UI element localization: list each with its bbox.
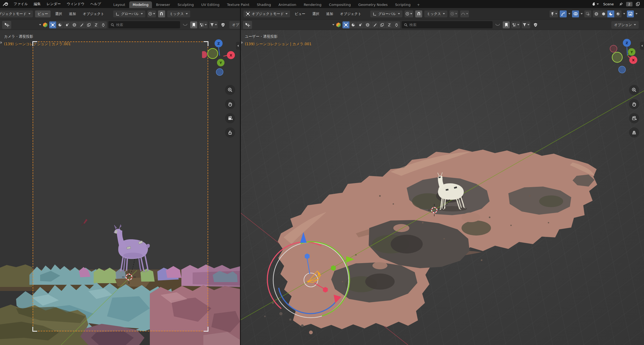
active-tool-button[interactable] bbox=[243, 21, 252, 29]
viewport-3d-right[interactable]: ユーザー・透視投影 (139) シーンコレクション | カメラ.001 Z Y … bbox=[241, 30, 644, 345]
proportional-edit-toggle[interactable] bbox=[449, 10, 458, 17]
proportional-falloff-dropdown[interactable] bbox=[460, 10, 469, 17]
mode-dropdown[interactable]: ブジェクトモード bbox=[0, 10, 33, 17]
axis-ball-neg-x[interactable] bbox=[202, 51, 207, 58]
shading-material-button[interactable] bbox=[607, 10, 614, 17]
transform-orientation-dropdown[interactable]: グローバル bbox=[370, 10, 402, 17]
overlays-toggle[interactable] bbox=[572, 10, 579, 17]
options-button[interactable]: オプ bbox=[229, 21, 240, 29]
transform-orientation-dropdown[interactable]: グローバル bbox=[113, 10, 145, 17]
shading-rendered-button[interactable] bbox=[615, 10, 622, 17]
filter-object-icon[interactable] bbox=[342, 21, 349, 28]
pivot-point-dropdown[interactable] bbox=[147, 10, 156, 17]
outliner-view-button[interactable] bbox=[511, 21, 520, 28]
axis-ball-neg-y[interactable] bbox=[612, 52, 622, 62]
active-tool-button[interactable] bbox=[2, 21, 11, 29]
tab-scripting[interactable]: Scripting bbox=[392, 1, 414, 8]
asset-catalog-icon[interactable] bbox=[336, 22, 341, 28]
scene-name[interactable]: Scene bbox=[601, 2, 615, 6]
bookmark-icon[interactable] bbox=[190, 21, 197, 28]
add-menu[interactable]: 追加 bbox=[324, 10, 336, 17]
filter-fluid-icon[interactable] bbox=[357, 21, 364, 28]
zoom-button[interactable] bbox=[629, 85, 639, 95]
tab-shading[interactable]: Shading bbox=[253, 1, 275, 8]
pan-button[interactable] bbox=[225, 99, 235, 109]
filter-dropdown[interactable] bbox=[209, 21, 218, 28]
select-menu[interactable]: 選択 bbox=[53, 10, 64, 17]
shield-icon[interactable] bbox=[532, 21, 539, 28]
shading-wireframe-button[interactable] bbox=[593, 10, 600, 17]
tab-rendering[interactable]: Rendering bbox=[300, 1, 325, 8]
tab-modeling[interactable]: Modeling bbox=[129, 1, 152, 8]
tab-geometry-nodes[interactable]: Geometry Nodes bbox=[355, 1, 391, 8]
search-input[interactable] bbox=[409, 23, 490, 27]
perspective-toggle-button[interactable] bbox=[629, 127, 639, 138]
camera-lock-button[interactable] bbox=[225, 127, 235, 138]
filter-brush-icon[interactable] bbox=[371, 21, 378, 28]
pan-button[interactable] bbox=[629, 99, 639, 109]
falloff-curve-icon[interactable] bbox=[494, 21, 501, 28]
navigation-gizmo[interactable]: Z Y X bbox=[606, 36, 641, 82]
view-menu[interactable]: ビュー bbox=[292, 10, 308, 17]
filter-plug-icon[interactable] bbox=[393, 21, 400, 28]
snap-mode-dropdown[interactable]: ミックス bbox=[424, 10, 447, 17]
menu-help[interactable]: ヘルプ bbox=[87, 1, 104, 7]
filter-brush-icon[interactable] bbox=[78, 21, 85, 28]
scene-users-count[interactable]: 2 bbox=[626, 2, 632, 6]
tab-compositing[interactable]: Compositing bbox=[326, 1, 355, 8]
terrain-foreground[interactable] bbox=[0, 282, 240, 345]
filter-zigzag-icon[interactable] bbox=[93, 21, 100, 28]
tab-layout[interactable]: Layout bbox=[110, 1, 129, 8]
axis-ball-neg-z[interactable] bbox=[216, 69, 223, 75]
tab-animation[interactable]: Animation bbox=[275, 1, 300, 8]
pin-scene-icon[interactable] bbox=[617, 1, 624, 7]
filter-globe-icon[interactable] bbox=[71, 21, 78, 28]
object-menu[interactable]: オブジェクト bbox=[81, 10, 107, 17]
snap-toggle[interactable] bbox=[415, 10, 422, 17]
tab-uv-editing[interactable]: UV Editing bbox=[198, 1, 223, 8]
deer-purple[interactable] bbox=[114, 225, 150, 276]
menu-render[interactable]: レンダー bbox=[44, 1, 64, 7]
tab-texture-paint[interactable]: Texture Paint bbox=[223, 1, 253, 8]
add-workspace-button[interactable]: + bbox=[415, 1, 422, 8]
object-menu[interactable]: オブジェクト bbox=[338, 10, 364, 17]
falloff-curve-icon[interactable] bbox=[182, 21, 189, 28]
asset-catalog-icon[interactable] bbox=[43, 22, 48, 28]
navigation-gizmo[interactable]: Z Y X bbox=[202, 36, 237, 82]
filter-plug-icon[interactable] bbox=[100, 21, 107, 28]
xray-toggle[interactable] bbox=[584, 10, 591, 17]
shading-solid-button[interactable] bbox=[600, 10, 607, 17]
tab-browser[interactable]: Browser bbox=[153, 1, 174, 8]
axis-ball-neg-x[interactable] bbox=[610, 45, 617, 52]
tab-sculpting[interactable]: Sculpting bbox=[174, 1, 197, 8]
menu-file[interactable]: ファイル bbox=[11, 1, 31, 7]
bookmark-icon[interactable] bbox=[503, 21, 510, 28]
view-menu[interactable]: ビュー bbox=[35, 10, 51, 17]
pivot-point-dropdown[interactable] bbox=[405, 10, 413, 17]
snap-toggle[interactable] bbox=[158, 10, 165, 17]
menu-window[interactable]: ウィンドウ bbox=[64, 1, 87, 7]
gizmos-toggle[interactable] bbox=[560, 10, 567, 17]
axis-ball-neg-z[interactable] bbox=[619, 66, 626, 73]
camera-view-button[interactable] bbox=[225, 113, 235, 123]
floating-object[interactable] bbox=[82, 219, 87, 226]
render-preview-toggle[interactable] bbox=[627, 10, 634, 17]
mode-dropdown[interactable]: オブジェクトモード bbox=[243, 10, 290, 17]
scene-canvas-right[interactable] bbox=[241, 30, 644, 345]
filter-world-icon[interactable] bbox=[56, 21, 63, 28]
show-object-types-dropdown[interactable] bbox=[550, 10, 558, 17]
axis-ball-neg-y[interactable] bbox=[208, 48, 218, 59]
outliner-view-button[interactable] bbox=[199, 21, 208, 28]
viewport-3d-left[interactable]: カメラ・透視投影 (139) シーンコレクション | カメラ.001 Z Y X bbox=[0, 30, 240, 345]
scene-datablock-icon[interactable] bbox=[591, 1, 600, 7]
zoom-button[interactable] bbox=[225, 85, 235, 95]
shield-icon[interactable] bbox=[219, 21, 226, 28]
menu-edit[interactable]: 編集 bbox=[31, 1, 44, 7]
filter-zigzag-icon[interactable] bbox=[386, 21, 393, 28]
filter-dropdown[interactable] bbox=[522, 21, 530, 28]
options-button[interactable]: オプション bbox=[611, 21, 639, 29]
filter-object-icon[interactable] bbox=[49, 21, 56, 28]
filter-globe-icon[interactable] bbox=[364, 21, 371, 28]
filter-clone-icon[interactable] bbox=[379, 21, 386, 28]
new-scene-icon[interactable] bbox=[634, 1, 641, 7]
